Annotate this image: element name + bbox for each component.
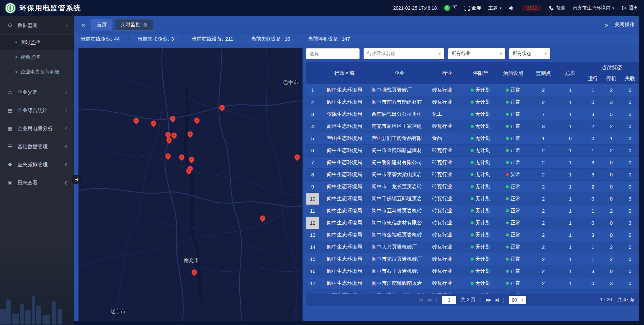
table-header: 行政区域 企业 行业 停限产 治污设施 监测点 总表 点位状态 (306, 62, 639, 84)
sidebar-group-emergency-reduction[interactable]: ❖ 应急减排管理 (0, 156, 74, 174)
region-filter-value: 行政区域名称 (367, 51, 395, 57)
table-row[interactable]: 16 阆中生态环境局 阆中市石子页岩机砖厂 砖瓦行业 无计划 正常 2 1 3 … (306, 265, 639, 277)
close-operations-button[interactable]: 关闭操作 (614, 21, 635, 28)
page-number-input[interactable] (442, 296, 456, 304)
page-last-button[interactable]: ▶| (496, 297, 498, 302)
industry-filter-select[interactable]: 所有行业 ▾ (448, 48, 505, 59)
cell-running: 1 (584, 84, 602, 96)
cell-total-meter: 1 (557, 205, 584, 217)
tabs-scroll-right-button[interactable]: » (602, 20, 611, 30)
status-dot-icon (506, 258, 509, 261)
cell-enterprise: 阆中市光富页岩机砖厂 (370, 253, 429, 265)
table-row[interactable]: 6 阆中生态环境局 阆中市金博瑞新型墙材 砖瓦行业 无计划 正常 2 1 1 2… (306, 145, 639, 157)
table-row[interactable]: 2 阆中生态环境局 阆中市南方节能建材有 砖瓦行业 无计划 正常 2 1 0 3… (306, 96, 639, 108)
table-row[interactable]: 7 阆中生态环境局 阆中明阳建材有限公司 砖瓦行业 无计划 正常 2 1 3 0… (306, 157, 639, 169)
cell-stopped: 0 (602, 169, 621, 180)
cell-row-number: 16 (306, 265, 319, 277)
cell-total-meter: 1 (557, 157, 584, 168)
cell-stopped: 0 (602, 229, 621, 241)
table-row[interactable]: 13 阆中生态环境局 阆中市金福旺页岩机砖 砖瓦行业 无计划 正常 2 1 3 … (306, 229, 639, 241)
page-prev-button[interactable]: ◀◀ (427, 297, 431, 302)
sidebar-group-data-monitoring[interactable]: ⊙ 数据监测 (0, 16, 74, 34)
cell-pollution-facility: 正常 (496, 84, 530, 96)
status-filter-select[interactable]: 所有状态 ▾ (509, 48, 550, 59)
table-row[interactable]: 8 阆中生态环境局 阆中市枣碧大梁山页岩 砖瓦行业 无计划 异常 2 1 3 0… (306, 169, 639, 181)
name-filter-input[interactable] (306, 48, 360, 59)
sidebar-item[interactable]: 实时监控 (0, 35, 74, 50)
table-row[interactable]: 4 高坪生态环境局 南充市高坪区王家店建 砖瓦行业 无计划 正常 3 1 2 2… (306, 120, 639, 132)
cell-running: 1 (584, 145, 602, 156)
cell-stopped: 0 (602, 181, 621, 193)
table-row[interactable]: 3 仪陇生态环境局 西南油气田分公司川中 化工 无计划 正常 7 1 3 5 0 (306, 108, 639, 120)
sidebar-item[interactable]: 视频监控 (0, 50, 74, 64)
map-roads-decoration (78, 48, 303, 321)
cell-pollution-facility: 异常 (496, 169, 530, 180)
page-next-button[interactable]: ▶▶ (486, 297, 491, 302)
help-button[interactable]: 帮助 (549, 5, 565, 11)
table-row[interactable]: 14 阆中生态环境局 阆中大兴页岩机砖厂 砖瓦行业 无计划 正常 2 1 1 2… (306, 241, 639, 253)
page-first-button[interactable]: |◀ (419, 297, 422, 302)
header-point-status-group: 点位状态 运行 停机 失联 (584, 62, 639, 84)
announcement-button[interactable] (509, 6, 515, 11)
status-dot-icon (506, 185, 509, 188)
cell-offline: 3 (621, 193, 639, 205)
cell-stopped: 2 (602, 205, 621, 217)
map-collapse-button[interactable]: ◀ (72, 175, 81, 184)
cell-running: 1 (584, 241, 602, 253)
app-logo-icon (5, 2, 16, 14)
notification-count-badge[interactable]: 2632 (522, 5, 542, 11)
chevron-left-icon (65, 109, 68, 112)
fullscreen-button[interactable]: 全屏 (465, 5, 481, 11)
region-filter-select[interactable]: 行政区域名称 ▾ (364, 48, 444, 59)
table-row[interactable]: 1 阆中生态环境局 阆中强锐页岩砖厂 砖瓦行业 无计划 正常 2 1 1 2 0 (306, 84, 639, 96)
page-size-select[interactable]: 20 ▾ (509, 296, 526, 304)
table-row[interactable]: 5 营山生态环境局 营山县润丰肉食品有限 食品 无计划 正常 1 0 0 1 0 (306, 132, 639, 145)
tab-close-icon[interactable]: ⊗ (143, 22, 148, 28)
city-skyline-decoration (0, 286, 69, 325)
table-row[interactable]: 15 阆中生态环境局 阆中市光富页岩机砖厂 砖瓦行业 无计划 正常 2 1 1 … (306, 253, 639, 265)
sidebar-group-enterprise-statistics[interactable]: ▤ 企业综合统计 (0, 101, 74, 119)
cell-row-number: 12 (306, 217, 319, 229)
sidebar-group-power-analysis[interactable]: ▦ 企业用电量分析 (0, 119, 74, 138)
logout-button[interactable]: 退出 (622, 5, 638, 11)
tab-1[interactable]: 实时监控 ⊗ (115, 19, 153, 31)
cell-stopped: 2 (602, 84, 621, 96)
table-row[interactable]: 10 阆中生态环境局 阆中千佛镇五郎垭页岩 砖瓦行业 无计划 正常 2 1 0 … (306, 193, 639, 205)
total-pages-label: 共 3 页 (461, 297, 476, 303)
production-limit-text: 无计划 (475, 171, 490, 178)
status-dot-icon (471, 197, 474, 200)
status-dot-icon (506, 137, 509, 140)
map-canvas[interactable]: 巴中市南充市遂宁市 (78, 48, 303, 321)
right-panel: 行政区域名称 ▾ 所有行业 ▾ 所有状态 ▾ (306, 48, 639, 321)
stat-item: 当前失联企业:3 (138, 36, 183, 42)
filter-bar: 行政区域名称 ▾ 所有行业 ▾ 所有状态 ▾ (306, 48, 639, 59)
sidebar-group-base-data[interactable]: ☰ 基础数据管理 (0, 138, 74, 156)
cell-region: 阆中生态环境局 (319, 84, 370, 96)
table-row[interactable]: 17 阆中生态环境局 阆中市江南镇阆南页岩 砖瓦行业 无计划 正常 2 1 0 … (306, 277, 639, 289)
tab-0[interactable]: 首页 (91, 19, 112, 31)
table-row[interactable]: 18 南部生态环境局 南部县建兴页岩砖有限公 砖瓦行业 无计划 正常 2 1 0… (306, 289, 639, 293)
organization-dropdown[interactable]: 南充市生态环境局 ▾ (573, 5, 614, 11)
sidebar-group-log-view[interactable]: ▣ 日志查看 (0, 174, 74, 192)
sidebar-group-enterprise-abnormal[interactable]: ⚠ 企业异常 (0, 83, 74, 101)
cell-pollution-facility: 正常 (496, 289, 530, 293)
production-limit-text: 无计划 (475, 87, 490, 93)
table-row[interactable]: 9 阆中生态环境局 阆中市二龙长宝页岩砖 砖瓦行业 无计划 正常 2 1 2 0… (306, 181, 639, 193)
stat-value: 44 (114, 36, 120, 42)
report-icon: ▤ (7, 107, 13, 113)
status-dot-icon (506, 113, 509, 116)
theme-dropdown[interactable]: 主题 ▾ (488, 5, 502, 11)
theme-label: 主题 (488, 5, 498, 11)
tabs-scroll-left-button[interactable]: « (78, 20, 88, 30)
cell-offline: 0 (621, 205, 639, 217)
tab-list: 首页 实时监控 ⊗ (91, 19, 153, 31)
cell-row-number: 15 (306, 253, 319, 265)
cell-production-limit: 无计划 (465, 84, 496, 96)
cell-offline: 0 (621, 289, 639, 293)
sidebar-group-label: 应急减排管理 (17, 162, 61, 168)
cell-total-meter: 1 (557, 84, 584, 96)
table-row[interactable]: 11 阆中生态环境局 阆中市五马桥页岩机砖 砖瓦行业 无计划 正常 2 1 1 … (306, 205, 639, 217)
table-row[interactable]: 12 阆中生态环境局 阆中市忠信建材有限公 砖瓦行业 无计划 正常 2 1 0 … (306, 217, 639, 229)
sidebar-item[interactable]: 企业电力负荷明细 (0, 64, 74, 79)
cell-industry: 砖瓦行业 (429, 181, 465, 193)
